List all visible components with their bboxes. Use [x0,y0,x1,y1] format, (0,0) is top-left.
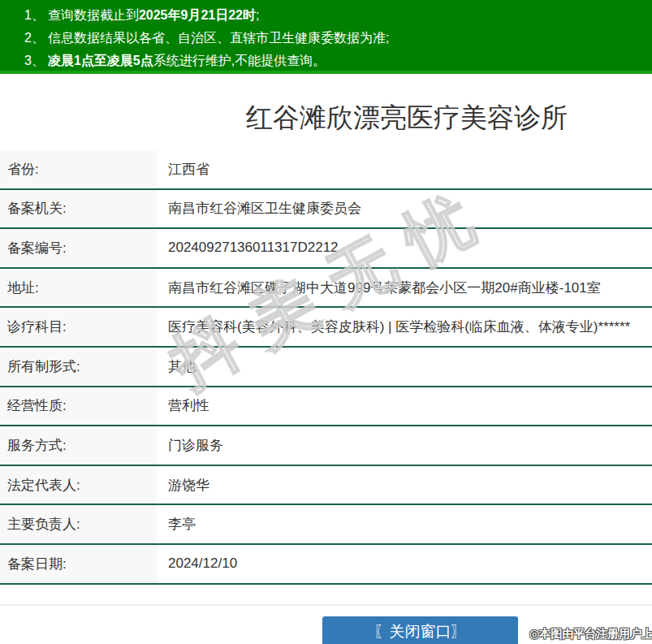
notice-line-2: 2、信息数据结果以各省、自治区、直辖市卫生健康委数据为准; [24,27,652,50]
table-row-filing-authority: 备案机关: 南昌市红谷滩区卫生健康委员会 [0,190,652,230]
notice-number: 2、 [24,31,45,45]
notice-bold-text: 凌晨1点至凌晨5点 [48,54,153,67]
row-label: 主要负责人: [0,505,157,543]
table-row-service-mode: 服务方式: 门诊服务 [0,426,652,466]
row-label: 备案机关: [0,190,157,228]
table-row-main-person-in-charge: 主要负责人: 李亭 [0,505,652,545]
row-label: 服务方式: [0,426,157,465]
notice-text: 信息数据结果以各省、自治区、直辖市卫生健康委数据为准; [48,31,389,45]
table-row-province: 省份: 江西省 [0,150,652,190]
row-value: 20240927136011317D2212 [157,229,652,267]
row-value: 医疗美容科(美容外科、美容皮肤科) | 医学检验科(临床血液、体液专业)****… [157,308,652,346]
notice-line-3: 3、凌晨1点至凌晨5点系统进行维护,不能提供查询。 [24,50,652,72]
query-result-page: 1、查询数据截止到2025年9月21日22时; 2、信息数据结果以各省、自治区、… [0,0,652,644]
notice-line-1: 1、查询数据截止到2025年9月21日22时; [24,4,652,27]
row-label: 备案日期: [0,545,157,583]
notice-text: 查询数据截止到 [48,8,139,22]
row-value: 游饶华 [157,466,652,504]
close-window-button[interactable]: 〖关闭窗口〗 [322,616,518,644]
row-label: 省份: [0,150,157,188]
notice-number: 3、 [24,54,45,67]
row-label: 地址: [0,269,157,307]
uploader-stamp-text: ◎本图由平台注册用户上传 [529,627,652,642]
notice-number: 1、 [24,8,45,22]
table-row-treatment-subjects: 诊疗科目: 医疗美容科(美容外科、美容皮肤科) | 医学检验科(临床血液、体液专… [0,308,652,348]
record-info-table: 省份: 江西省 备案机关: 南昌市红谷滩区卫生健康委员会 备案编号: 20240… [0,150,652,585]
notice-text: ; [256,8,259,22]
row-label: 所有制形式: [0,348,157,386]
row-value: 南昌市红谷滩区碟子湖中大道999号莱蒙都会小区一期20#商业楼-101室 [157,269,652,307]
row-value: 门诊服务 [157,426,652,465]
row-value: 2024/12/10 [157,545,652,583]
table-row-legal-representative: 法定代表人: 游饶华 [0,466,652,506]
row-value: 其他 [157,348,652,386]
clinic-title: 红谷滩欣漂亮医疗美容诊所 [0,102,652,134]
notice-bold-text: 2025年9月21日22时 [139,8,256,22]
table-row-address: 地址: 南昌市红谷滩区碟子湖中大道999号莱蒙都会小区一期20#商业楼-101室 [0,269,652,309]
table-row-business-nature: 经营性质: 营利性 [0,387,652,427]
row-value: 江西省 [157,150,652,188]
table-row-filing-number: 备案编号: 20240927136011317D2212 [0,229,652,269]
row-value: 李亭 [157,505,652,543]
row-label: 经营性质: [0,387,157,426]
row-label: 诊疗科目: [0,308,157,346]
table-row-filing-date: 备案日期: 2024/12/10 [0,545,652,585]
row-label: 法定代表人: [0,466,157,504]
footer-divider [0,604,652,606]
row-value: 营利性 [157,387,652,426]
table-row-ownership: 所有制形式: 其他 [0,348,652,387]
row-label: 备案编号: [0,229,157,267]
row-value: 南昌市红谷滩区卫生健康委员会 [157,190,652,228]
notice-text: 系统进行维护,不能提供查询。 [153,54,326,67]
notice-header: 1、查询数据截止到2025年9月21日22时; 2、信息数据结果以各省、自治区、… [0,0,652,71]
